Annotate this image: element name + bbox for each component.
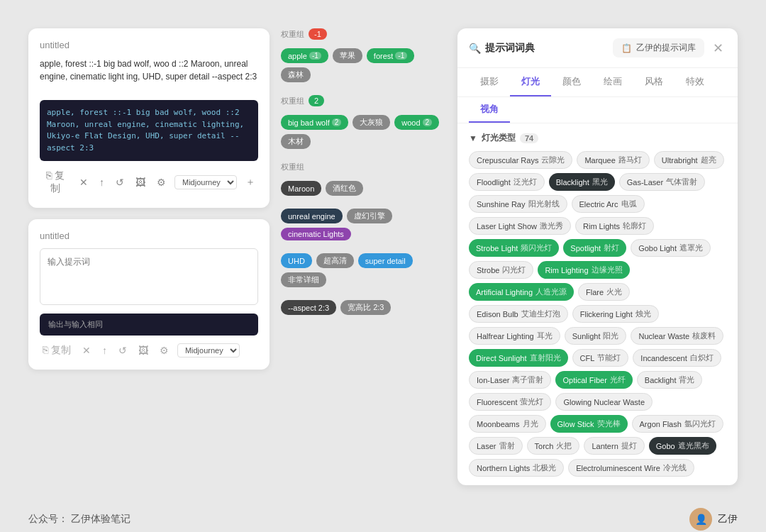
dict-tag[interactable]: Glow Stick 荧光棒 [550, 415, 628, 433]
tab-photography[interactable]: 摄影 [469, 68, 510, 96]
dict-tag[interactable]: Artificial Lighting 人造光源 [469, 283, 574, 301]
card2-refresh-btn[interactable]: ↺ [116, 343, 130, 358]
dict-tag[interactable]: Ion-Laser 离子雷射 [469, 371, 551, 389]
tag-maroon-zh[interactable]: 酒红色 [326, 181, 363, 196]
tag-wolf[interactable]: big bad wolf 2 [281, 115, 348, 130]
dict-tag[interactable]: Lantern 提灯 [584, 437, 644, 455]
dict-tag[interactable]: Fluorescent 萤光灯 [469, 393, 551, 411]
prompt-card-2: untitled 输出与输入相同 ⎘ 复制 ✕ ↑ ↺ 🖼 ⚙ Midjourn… [28, 219, 270, 370]
card2-copy-btn[interactable]: ⎘ 复制 [40, 343, 74, 358]
tag-aspect-zh[interactable]: 宽高比 2:3 [340, 300, 391, 315]
dict-tag[interactable]: Moonbeams 月光 [469, 415, 546, 433]
tag-aspect[interactable]: --aspect 2:3 [281, 300, 336, 315]
card1-refresh-btn[interactable]: ↺ [113, 175, 127, 189]
dict-tag[interactable]: Ultrabright 超亮 [654, 151, 724, 169]
dict-tag[interactable]: Incandescent 白炽灯 [633, 349, 721, 367]
dict-tag[interactable]: Nuclear Waste 核废料 [631, 327, 723, 345]
section4-tags: unreal engine 虚幻引擎 cinematic Lights [281, 209, 446, 240]
tag-en: Sunlight [572, 332, 601, 340]
dict-tag[interactable]: Sunlight 阳光 [565, 327, 627, 345]
card2-up-btn[interactable]: ↑ [99, 343, 110, 358]
card2-clear-btn[interactable]: ✕ [79, 343, 94, 358]
dict-tag[interactable]: Flickering Light 烛光 [572, 305, 659, 323]
dict-tag[interactable]: Laser 雷射 [469, 437, 523, 455]
dict-tag[interactable]: Spotlight 射灯 [563, 239, 626, 257]
dict-tag[interactable]: Marquee 路马灯 [577, 151, 649, 169]
tag-en: CFL [580, 354, 595, 362]
dict-tag[interactable]: Rim Lighting 边缘光照 [538, 261, 629, 279]
tag-unreal-zh[interactable]: 虚幻引擎 [347, 209, 392, 223]
dict-tag[interactable]: CFL 节能灯 [572, 349, 629, 367]
dict-tag[interactable]: Halfrear Lighting 耳光 [469, 327, 560, 345]
tab-lighting[interactable]: 灯光 [510, 68, 551, 96]
tag-uhd-zh[interactable]: 超高清 [316, 253, 354, 268]
dict-tag[interactable]: Gobo Light 遮罩光 [631, 239, 711, 257]
card1-settings-btn[interactable]: ⚙ [154, 175, 169, 189]
tag-en: Floodlight [477, 178, 511, 187]
tag-wood[interactable]: wood 2 [394, 115, 439, 130]
card1-extra-btn[interactable]: ＋ [243, 174, 258, 190]
tag-en: Edison Bulb [477, 310, 518, 318]
dict-tag[interactable]: Floodlight 泛光灯 [469, 173, 545, 191]
dict-tag[interactable]: Electric Arc 电弧 [572, 195, 645, 213]
card2-image-btn[interactable]: 🖼 [135, 343, 151, 358]
tag-zh: 氩闪光灯 [684, 419, 716, 429]
tag-en: Crepuscular Rays [477, 156, 538, 165]
tag-apple[interactable]: apple -1 [281, 48, 328, 63]
dict-tag[interactable]: Gas-Laser 气体雷射 [619, 173, 705, 191]
dict-tag[interactable]: Laser Light Show 激光秀 [469, 217, 571, 235]
card1-image-btn[interactable]: 🖼 [133, 175, 148, 189]
dict-lib-btn[interactable]: 📋 乙伊的提示词库 [613, 38, 704, 57]
tab2-angle[interactable]: 视角 [469, 97, 510, 123]
dict-tag[interactable]: Torch 火把 [527, 437, 580, 455]
tag-forest[interactable]: forest -1 [367, 48, 414, 63]
tag-wood-zh[interactable]: 木材 [281, 134, 311, 149]
tag-wolf-zh[interactable]: 大灰狼 [353, 115, 390, 130]
dict-close-btn[interactable]: ✕ [710, 40, 726, 56]
dict-tag[interactable]: Strobe 闪光灯 [469, 261, 533, 279]
dict-tag[interactable]: Flare 火光 [578, 283, 630, 301]
tag-forest-zh[interactable]: 森林 [281, 67, 311, 82]
category-count: 74 [520, 133, 538, 143]
tag-apple-zh[interactable]: 苹果 [333, 48, 362, 63]
tag-cinematic[interactable]: cinematic Lights [281, 228, 351, 240]
dict-tag[interactable]: Optical Fiber 光纤 [555, 371, 632, 389]
tag-zh: 电弧 [621, 199, 637, 209]
dict-tag[interactable]: Strobe Light 频闪光灯 [469, 239, 559, 257]
tag-superdetail-zh[interactable]: 非常详细 [281, 272, 326, 287]
dict-tag[interactable]: Blacklight 黑光 [549, 173, 615, 191]
tag-superdetail[interactable]: super detail [358, 253, 413, 268]
card2-model-select[interactable]: Midjourney [177, 343, 240, 358]
weight-section-5: UHD 超高清 super detail 非常详细 [281, 253, 446, 292]
dict-tag[interactable]: Rim Lights 轮廓灯 [575, 217, 654, 235]
card2-settings-btn[interactable]: ⚙ [157, 343, 172, 358]
tag-zh: 人造光源 [535, 287, 567, 297]
dict-tag[interactable]: Crepuscular Rays 云隙光 [469, 151, 572, 169]
dict-tag[interactable]: Gobo 遮光黑布 [649, 437, 716, 455]
dict-tag[interactable]: Direct Sunlight 直射阳光 [469, 349, 568, 367]
card1-copy-btn[interactable]: ⎘ 复制 [40, 168, 71, 196]
dict-tag[interactable]: Sunshine Ray 阳光射线 [469, 195, 567, 213]
tab-effects[interactable]: 特效 [675, 68, 716, 96]
tag-uhd[interactable]: UHD [281, 253, 312, 268]
tag-zh: 阳光 [603, 331, 618, 341]
dict-tag[interactable]: Backlight 背光 [637, 371, 703, 389]
dict-tag[interactable]: Northern Lights 北极光 [469, 459, 564, 477]
dict-tag[interactable]: Electroluminescent Wire 冷光线 [568, 459, 694, 477]
tab-style[interactable]: 风格 [633, 68, 675, 96]
section5-tags: UHD 超高清 super detail 非常详细 [281, 253, 446, 287]
dict-tag[interactable]: Glowing Nuclear Waste [555, 393, 653, 411]
tab-painting[interactable]: 绘画 [592, 68, 633, 96]
tag-zh: 白炽灯 [690, 353, 714, 363]
tab-color[interactable]: 颜色 [551, 68, 592, 96]
card2-input[interactable] [40, 248, 258, 305]
card1-model-select[interactable]: Midjourney [174, 175, 237, 189]
tag-unreal[interactable]: unreal engine [281, 209, 343, 223]
tag-maroon[interactable]: Maroon [281, 181, 321, 196]
tag-en: Northern Lights [477, 464, 530, 472]
dict-tag[interactable]: Edison Bulb 艾迪生灯泡 [469, 305, 568, 323]
card1-up-btn[interactable]: ↑ [96, 175, 107, 189]
card1-clear-btn[interactable]: ✕ [77, 175, 91, 189]
dict-tag[interactable]: Argon Flash 氩闪光灯 [632, 415, 723, 433]
tag-zh: 节能灯 [597, 353, 621, 363]
